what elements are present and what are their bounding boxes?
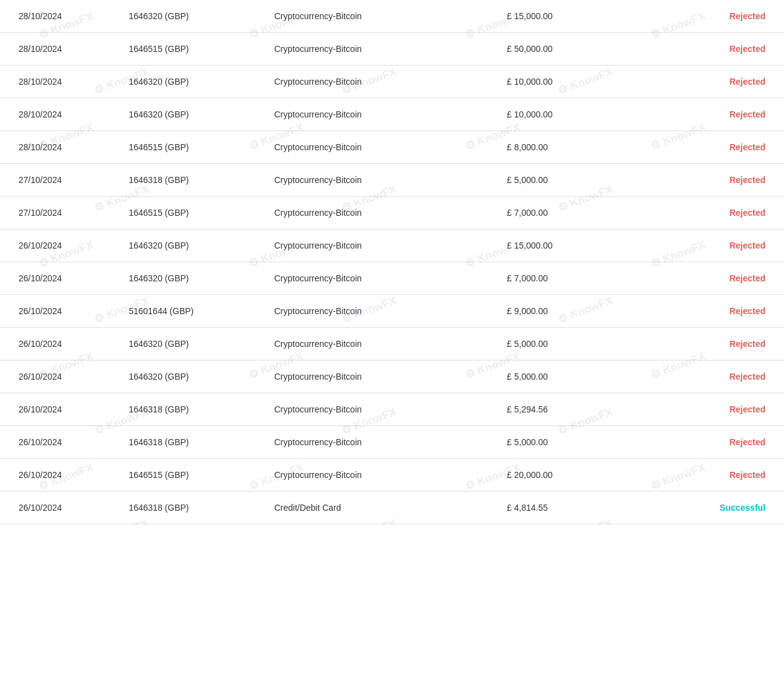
table-row: 26/10/2024 51601644 (GBP) Cryptocurrency… xyxy=(0,295,784,328)
row-status: Successful xyxy=(655,492,784,524)
row-method: Cryptocurrency-Bitcoin xyxy=(262,361,494,393)
row-status: Rejected xyxy=(655,295,784,328)
row-date: 28/10/2024 xyxy=(0,98,116,131)
row-date: 28/10/2024 xyxy=(0,66,116,98)
transactions-table-container: ⚙ KnowFX⚙ KnowFX⚙ KnowFX⚙ KnowFX⚙ KnowFX… xyxy=(0,0,784,524)
row-account: 1646515 (GBP) xyxy=(116,33,262,66)
row-method: Cryptocurrency-Bitcoin xyxy=(262,262,494,295)
row-status: Rejected xyxy=(655,131,784,164)
row-amount: £ 5,000.00 xyxy=(495,361,655,393)
row-date: 28/10/2024 xyxy=(0,131,116,164)
row-account: 1646320 (GBP) xyxy=(116,361,262,393)
table-row: 28/10/2024 1646515 (GBP) Cryptocurrency-… xyxy=(0,33,784,66)
row-date: 26/10/2024 xyxy=(0,459,116,492)
table-row: 26/10/2024 1646320 (GBP) Cryptocurrency-… xyxy=(0,262,784,295)
row-date: 26/10/2024 xyxy=(0,361,116,393)
row-method: Cryptocurrency-Bitcoin xyxy=(262,328,494,361)
row-status: Rejected xyxy=(655,0,784,33)
table-row: 28/10/2024 1646320 (GBP) Cryptocurrency-… xyxy=(0,98,784,131)
row-method: Cryptocurrency-Bitcoin xyxy=(262,426,494,459)
row-method: Cryptocurrency-Bitcoin xyxy=(262,0,494,33)
row-amount: £ 5,294.56 xyxy=(495,393,655,426)
row-account: 1646318 (GBP) xyxy=(116,393,262,426)
row-method: Cryptocurrency-Bitcoin xyxy=(262,131,494,164)
row-status: Rejected xyxy=(655,33,784,66)
row-amount: £ 7,000.00 xyxy=(495,262,655,295)
row-account: 1646515 (GBP) xyxy=(116,131,262,164)
row-account: 1646318 (GBP) xyxy=(116,492,262,524)
row-account: 1646320 (GBP) xyxy=(116,66,262,98)
row-account: 1646320 (GBP) xyxy=(116,328,262,361)
table-row: 26/10/2024 1646318 (GBP) Cryptocurrency-… xyxy=(0,393,784,426)
table-row: 28/10/2024 1646320 (GBP) Cryptocurrency-… xyxy=(0,66,784,98)
row-account: 1646515 (GBP) xyxy=(116,459,262,492)
table-row: 26/10/2024 1646318 (GBP) Cryptocurrency-… xyxy=(0,426,784,459)
row-amount: £ 20,000.00 xyxy=(495,459,655,492)
row-date: 26/10/2024 xyxy=(0,492,116,524)
row-method: Cryptocurrency-Bitcoin xyxy=(262,295,494,328)
transactions-table: 28/10/2024 1646320 (GBP) Cryptocurrency-… xyxy=(0,0,784,524)
row-status: Rejected xyxy=(655,262,784,295)
row-status: Rejected xyxy=(655,328,784,361)
table-row: 26/10/2024 1646515 (GBP) Cryptocurrency-… xyxy=(0,459,784,492)
row-account: 1646320 (GBP) xyxy=(116,262,262,295)
row-amount: £ 10,000.00 xyxy=(495,98,655,131)
row-method: Credit/Debit Card xyxy=(262,492,494,524)
row-amount: £ 50,000.00 xyxy=(495,33,655,66)
row-status: Rejected xyxy=(655,426,784,459)
table-row: 26/10/2024 1646320 (GBP) Cryptocurrency-… xyxy=(0,361,784,393)
row-date: 26/10/2024 xyxy=(0,262,116,295)
row-status: Rejected xyxy=(655,459,784,492)
row-status: Rejected xyxy=(655,164,784,197)
row-date: 26/10/2024 xyxy=(0,229,116,262)
row-status: Rejected xyxy=(655,361,784,393)
row-method: Cryptocurrency-Bitcoin xyxy=(262,197,494,229)
row-status: Rejected xyxy=(655,229,784,262)
row-method: Cryptocurrency-Bitcoin xyxy=(262,33,494,66)
row-status: Rejected xyxy=(655,66,784,98)
row-amount: £ 5,000.00 xyxy=(495,328,655,361)
row-amount: £ 15,000.00 xyxy=(495,229,655,262)
row-date: 28/10/2024 xyxy=(0,0,116,33)
row-method: Cryptocurrency-Bitcoin xyxy=(262,98,494,131)
row-amount: £ 9,000.00 xyxy=(495,295,655,328)
row-method: Cryptocurrency-Bitcoin xyxy=(262,66,494,98)
row-date: 27/10/2024 xyxy=(0,164,116,197)
row-amount: £ 7,000.00 xyxy=(495,197,655,229)
row-date: 26/10/2024 xyxy=(0,295,116,328)
row-status: Rejected xyxy=(655,98,784,131)
row-account: 51601644 (GBP) xyxy=(116,295,262,328)
row-account: 1646515 (GBP) xyxy=(116,197,262,229)
row-method: Cryptocurrency-Bitcoin xyxy=(262,393,494,426)
row-status: Rejected xyxy=(655,393,784,426)
table-row: 26/10/2024 1646320 (GBP) Cryptocurrency-… xyxy=(0,229,784,262)
row-account: 1646320 (GBP) xyxy=(116,0,262,33)
row-date: 26/10/2024 xyxy=(0,393,116,426)
table-row: 28/10/2024 1646515 (GBP) Cryptocurrency-… xyxy=(0,131,784,164)
row-account: 1646320 (GBP) xyxy=(116,98,262,131)
row-account: 1646318 (GBP) xyxy=(116,164,262,197)
row-method: Cryptocurrency-Bitcoin xyxy=(262,164,494,197)
row-amount: £ 15,000.00 xyxy=(495,0,655,33)
table-row: 26/10/2024 1646318 (GBP) Credit/Debit Ca… xyxy=(0,492,784,524)
row-account: 1646320 (GBP) xyxy=(116,229,262,262)
row-date: 27/10/2024 xyxy=(0,197,116,229)
row-amount: £ 5,000.00 xyxy=(495,426,655,459)
table-row: 26/10/2024 1646320 (GBP) Cryptocurrency-… xyxy=(0,328,784,361)
table-row: 27/10/2024 1646318 (GBP) Cryptocurrency-… xyxy=(0,164,784,197)
row-date: 26/10/2024 xyxy=(0,426,116,459)
table-row: 27/10/2024 1646515 (GBP) Cryptocurrency-… xyxy=(0,197,784,229)
row-amount: £ 5,000.00 xyxy=(495,164,655,197)
row-amount: £ 8,000.00 xyxy=(495,131,655,164)
row-method: Cryptocurrency-Bitcoin xyxy=(262,229,494,262)
row-date: 28/10/2024 xyxy=(0,33,116,66)
row-account: 1646318 (GBP) xyxy=(116,426,262,459)
table-row: 28/10/2024 1646320 (GBP) Cryptocurrency-… xyxy=(0,0,784,33)
row-method: Cryptocurrency-Bitcoin xyxy=(262,459,494,492)
row-amount: £ 4,814.55 xyxy=(495,492,655,524)
row-amount: £ 10,000.00 xyxy=(495,66,655,98)
row-date: 26/10/2024 xyxy=(0,328,116,361)
row-status: Rejected xyxy=(655,197,784,229)
